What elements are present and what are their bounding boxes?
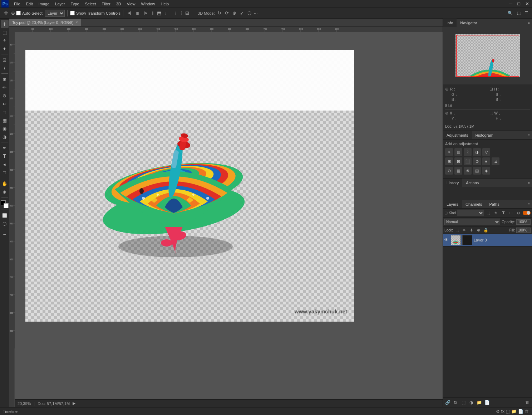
layer-effects-btn[interactable]: fx (452, 399, 459, 406)
screen-mode-button[interactable]: ⬡ (1, 220, 9, 228)
lock-all-btn[interactable]: 🔒 (483, 227, 489, 233)
timeline-mask2-btn[interactable]: ⬚ (506, 409, 510, 414)
lock-pixels-btn[interactable]: ✏ (462, 227, 467, 233)
distribute-v-button[interactable]: ⦙ (180, 10, 183, 17)
lock-artboard-btn[interactable]: ⊕ (476, 227, 482, 233)
auto-select-dropdown[interactable]: Layer (45, 10, 65, 17)
filter-adjust-btn[interactable]: ☀ (493, 210, 499, 216)
posterize-btn[interactable]: ▦ (454, 167, 462, 175)
eyedropper-button[interactable]: 𝑖 (1, 64, 9, 72)
tab-close-button[interactable]: × (76, 20, 78, 24)
timeline-new-btn[interactable]: 📄 (518, 409, 523, 414)
menu-select[interactable]: Select (83, 1, 99, 7)
adjustments-tab[interactable]: Adjustments (443, 131, 472, 139)
filter-toggle[interactable] (523, 211, 531, 215)
info-panel-menu[interactable]: ≡ (526, 21, 532, 25)
color-balance-btn[interactable]: ⊟ (454, 157, 462, 165)
paths-tab[interactable]: Paths (486, 200, 503, 208)
info-tab[interactable]: Info (443, 19, 457, 27)
3d-roll-button[interactable]: ⟳ (224, 10, 230, 16)
filter-shape-btn[interactable]: □ (508, 210, 514, 216)
3d-pan-button[interactable]: ⊕ (231, 10, 237, 16)
menu-image[interactable]: Image (36, 1, 52, 7)
hue-saturation-btn[interactable]: ⊞ (445, 157, 453, 165)
menu-filter[interactable]: Filter (99, 1, 113, 7)
blur-button[interactable]: ◉ (1, 125, 9, 132)
auto-select-checkbox[interactable] (16, 11, 21, 15)
actions-tab[interactable]: Actions (462, 179, 482, 187)
move-tool-button[interactable]: ✛ (1, 20, 9, 28)
new-layer-btn[interactable]: 📄 (484, 399, 490, 406)
status-arrow[interactable]: ▶ (73, 401, 75, 406)
fill-input[interactable] (516, 228, 531, 233)
align-center-h-button[interactable]: ⫼ (134, 10, 141, 16)
layer-link-btn[interactable]: 🔗 (444, 399, 451, 406)
vibrance-btn[interactable]: ▽ (482, 148, 490, 156)
filter-type-btn[interactable]: T (500, 210, 507, 216)
threshold-btn[interactable]: ⊗ (464, 167, 472, 175)
color-lookup-btn[interactable]: ⊿ (492, 157, 499, 165)
brush-button[interactable]: ✏ (1, 83, 9, 91)
align-right-button[interactable]: ⫸ (142, 10, 149, 16)
menu-type[interactable]: Type (68, 1, 82, 7)
zoom-button[interactable]: ⊕ (1, 188, 9, 196)
more-options-button[interactable]: ··· (254, 10, 258, 16)
layers-panel-menu[interactable]: ≡ (526, 200, 532, 208)
blend-mode-select[interactable]: Normal (444, 219, 500, 225)
new-adjustment-btn[interactable]: ◑ (468, 399, 474, 406)
opacity-input[interactable] (516, 219, 531, 225)
layer-0-item[interactable]: 👁 Layer 0 (443, 234, 532, 246)
crop-button[interactable]: ⊡ (1, 56, 9, 64)
delete-layer-btn[interactable]: 🗑 (524, 399, 531, 406)
clone-button[interactable]: ⊙ (1, 92, 9, 99)
timeline-tab-label[interactable]: Timeline (3, 409, 18, 414)
rectangle-select-button[interactable]: ⬚ (1, 28, 9, 36)
align-top-button[interactable]: ⫵ (151, 10, 154, 17)
channels-tab[interactable]: Channels (462, 200, 486, 208)
menu-edit[interactable]: Edit (24, 1, 35, 7)
text-button[interactable]: T (1, 152, 9, 160)
pen-button[interactable]: ✒ (1, 144, 9, 152)
invert-btn[interactable]: ⊖ (445, 167, 453, 175)
history-tab[interactable]: History (443, 179, 462, 187)
lasso-button[interactable]: ⌖ (1, 36, 9, 44)
quick-mask-button[interactable]: ⬜ (1, 211, 9, 219)
restore-button[interactable]: □ (516, 0, 522, 7)
3d-slide-button[interactable]: ⤢ (239, 10, 245, 16)
navigator-tab[interactable]: Navigator (457, 19, 481, 27)
timeline-folder-btn[interactable]: 📁 (511, 409, 517, 414)
gradient-button[interactable]: ▦ (1, 116, 9, 124)
filter-kind-dropdown[interactable] (457, 210, 484, 216)
layer-mask-btn[interactable]: ⬚ (460, 399, 467, 406)
background-color[interactable] (4, 203, 9, 208)
menu-view[interactable]: View (124, 1, 138, 7)
black-white-btn[interactable]: ⬛ (464, 157, 472, 165)
history-brush-button[interactable]: ↩ (1, 100, 9, 108)
3d-rotate-button[interactable]: ↻ (216, 10, 222, 16)
healing-button[interactable]: ⊕ (1, 75, 9, 83)
distribute-h-button[interactable]: ⦚ (174, 10, 178, 16)
auto-align-button[interactable]: ⊞ (184, 10, 190, 16)
magic-wand-button[interactable]: ✦ (1, 45, 9, 53)
filter-pixel-btn[interactable]: ⬚ (485, 210, 492, 216)
histogram-tab[interactable]: Histogram (472, 131, 497, 139)
search-button[interactable]: 🔍 (506, 10, 514, 16)
close-button[interactable]: ✕ (524, 0, 531, 7)
more-tools-button[interactable]: ··· (1, 230, 9, 238)
eraser-button[interactable]: ◻ (1, 108, 9, 116)
curves-btn[interactable]: ⌇ (464, 148, 472, 156)
gradient-map-btn[interactable]: ▤ (473, 167, 481, 175)
align-left-button[interactable]: ⫷ (126, 10, 133, 16)
exposure-btn[interactable]: ◑ (473, 148, 481, 156)
arrange-button[interactable]: ☰ (523, 10, 530, 16)
show-transform-checkbox[interactable] (70, 11, 75, 15)
menu-window[interactable]: Window (138, 1, 157, 7)
move-tool-icon[interactable]: ✛ (2, 10, 10, 16)
timeline-delete-btn[interactable]: 🗑 (525, 409, 529, 414)
layer-visibility-eye[interactable]: 👁 (444, 238, 449, 243)
minimize-button[interactable]: ─ (508, 0, 514, 7)
brightness-contrast-btn[interactable]: ☀ (445, 148, 453, 156)
path-select-button[interactable]: ◂ (1, 160, 9, 168)
dodge-button[interactable]: ◑ (1, 133, 9, 141)
lock-transparent-btn[interactable]: ⬚ (454, 227, 460, 233)
